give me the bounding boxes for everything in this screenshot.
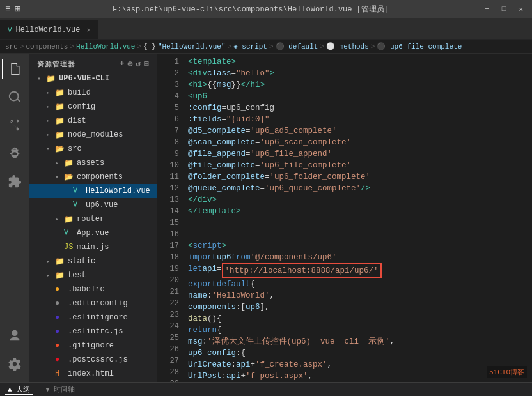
debug-icon[interactable] bbox=[2, 141, 27, 166]
tree-eslintrc[interactable]: ● .eslintrc.js bbox=[29, 324, 157, 339]
sidebar-title: 资源管理器 bbox=[37, 59, 75, 69]
babel-icon: ● bbox=[55, 285, 65, 294]
ih-name: index.html bbox=[68, 369, 114, 378]
sidebar-header: 资源管理器 + ⊕ ↺ ⊟ bbox=[29, 54, 157, 72]
watermark: 51CTO博客 bbox=[487, 366, 527, 378]
dist-icon: 📁 bbox=[55, 116, 65, 126]
src-icon: 📂 bbox=[55, 144, 65, 154]
code-line: @scan_complete='up6_scan_complete' bbox=[188, 137, 532, 148]
explorer-icon[interactable] bbox=[2, 56, 27, 82]
up6-name: up6.vue bbox=[86, 201, 118, 209]
dist-name: dist bbox=[68, 116, 86, 125]
tree-editorconfig[interactable]: ● .editorconfig bbox=[29, 296, 157, 310]
code-line: name: 'HelloWorld', bbox=[188, 290, 532, 301]
bc-script[interactable]: ◈ script bbox=[233, 42, 267, 50]
code-line: @folder_complete='up6_folder_complete' bbox=[188, 171, 532, 183]
tree-babelrc[interactable]: ● .babelrc bbox=[29, 282, 157, 296]
bc-sep3: > bbox=[137, 43, 141, 50]
tree-helloworld[interactable]: V HelloWorld.vue bbox=[29, 184, 157, 198]
build-arrow: ▸ bbox=[46, 89, 55, 96]
collapse-icon[interactable]: ⊟ bbox=[144, 59, 150, 69]
menu-icon[interactable]: ≡ bbox=[5, 4, 10, 14]
code-content[interactable]: <template> <div class="hello"> <h1>{{ ms… bbox=[185, 54, 532, 382]
nm-icon: 📁 bbox=[55, 130, 65, 140]
tree-index-html[interactable]: H index.html bbox=[29, 367, 157, 381]
tree-dist[interactable]: ▸ 📁 dist bbox=[29, 114, 157, 128]
ec-icon: ● bbox=[55, 299, 65, 308]
tree-eslintignore[interactable]: ● .eslintignore bbox=[29, 310, 157, 324]
tab-close-icon[interactable]: ✕ bbox=[86, 26, 90, 34]
bc-method-name[interactable]: ⚫ up6_file_complete bbox=[377, 42, 462, 50]
esi-icon: ● bbox=[55, 313, 65, 322]
extensions-icon[interactable] bbox=[2, 169, 27, 194]
code-line: @file_complete='up6_file_complete' bbox=[188, 160, 532, 171]
tree-config[interactable]: ▸ 📁 config bbox=[29, 100, 157, 114]
code-line: return { bbox=[188, 324, 532, 336]
tree-src[interactable]: ▾ 📂 src bbox=[29, 142, 157, 156]
sidebar-header-icons: + ⊕ ↺ ⊟ bbox=[120, 59, 150, 69]
code-line: :fields="{uid:0}" bbox=[188, 114, 532, 125]
tree-gitignore[interactable]: ● .gitignore bbox=[29, 339, 157, 353]
babel-name: .babelrc bbox=[68, 285, 105, 294]
bc-obj[interactable]: { } bbox=[143, 43, 156, 50]
config-name: config bbox=[68, 102, 95, 111]
search-icon[interactable] bbox=[2, 84, 27, 110]
settings-icon[interactable] bbox=[2, 351, 27, 377]
code-line: @d5_complete='up6_ad5_complete' bbox=[188, 125, 532, 137]
tree-build[interactable]: ▸ 📁 build bbox=[29, 86, 157, 100]
hw-name: HelloWorld.vue bbox=[86, 187, 150, 195]
tree-license[interactable]: ● LICENSE bbox=[29, 381, 157, 382]
pcss-icon: ● bbox=[55, 355, 65, 364]
static-name: static bbox=[68, 257, 95, 266]
tree-router[interactable]: ▸ 📁 router bbox=[29, 212, 157, 226]
bc-sep2: > bbox=[70, 43, 74, 50]
hw-icon: V bbox=[73, 187, 83, 195]
tree-test[interactable]: ▸ 📁 test bbox=[29, 268, 157, 282]
bc-default[interactable]: ⚫ default bbox=[276, 42, 318, 50]
bc-classname[interactable]: "HelloWorld.vue" bbox=[158, 43, 226, 50]
outline-tab[interactable]: ▲ 大纲 bbox=[5, 385, 33, 395]
close-button[interactable]: ✕ bbox=[515, 4, 527, 15]
static-icon: 📁 bbox=[55, 257, 65, 266]
bc-sep6: > bbox=[320, 43, 324, 50]
ec-name: .editorconfig bbox=[68, 299, 128, 308]
tree-main-js[interactable]: JS main.js bbox=[29, 240, 157, 254]
bc-methods[interactable]: ⚪ methods bbox=[326, 42, 369, 50]
account-icon[interactable] bbox=[2, 323, 27, 349]
tree-assets[interactable]: ▸ 📁 assets bbox=[29, 156, 157, 170]
bc-src[interactable]: src bbox=[5, 43, 18, 50]
editor: 12345 678910 1112131415 1617181920 21222… bbox=[157, 54, 532, 382]
code-line: import up6 from '@/components/up6' bbox=[188, 252, 532, 263]
code-line: data () { bbox=[188, 313, 532, 324]
comp-name: components bbox=[77, 172, 123, 181]
code-line bbox=[188, 229, 532, 240]
new-file-icon[interactable]: + bbox=[120, 59, 125, 69]
code-line: <script> bbox=[188, 240, 532, 252]
tree-node-modules[interactable]: ▸ 📁 node_modules bbox=[29, 128, 157, 142]
tree-components[interactable]: ▾ 📂 components bbox=[29, 170, 157, 184]
static-arrow: ▸ bbox=[46, 257, 55, 265]
bc-components[interactable]: components bbox=[26, 43, 68, 50]
activity-bar-bottom bbox=[2, 323, 27, 382]
tree-app-vue[interactable]: V App.vue bbox=[29, 226, 157, 240]
dist-arrow: ▸ bbox=[46, 117, 55, 125]
new-folder-icon[interactable]: ⊕ bbox=[128, 59, 134, 69]
bc-file[interactable]: HelloWorld.vue bbox=[76, 43, 135, 50]
src-name: src bbox=[68, 144, 82, 153]
ih-icon: H bbox=[55, 369, 65, 378]
editor-tab[interactable]: V HelloWorld.vue ✕ bbox=[0, 20, 98, 39]
maximize-button[interactable]: □ bbox=[498, 4, 510, 15]
source-control-icon[interactable] bbox=[2, 112, 27, 138]
timeline-tab[interactable]: ▼ 时间轴 bbox=[43, 385, 77, 394]
assets-arrow: ▸ bbox=[55, 159, 64, 167]
tree-up6-vue[interactable]: V up6.vue bbox=[29, 198, 157, 212]
root-name: UP6-VUE-CLI bbox=[59, 74, 109, 83]
tree-static[interactable]: ▸ 📁 static bbox=[29, 254, 157, 268]
minimize-button[interactable]: ─ bbox=[481, 4, 493, 15]
test-name: test bbox=[68, 271, 86, 280]
tree-postcssrc[interactable]: ● .postcssrc.js bbox=[29, 353, 157, 367]
refresh-icon[interactable]: ↺ bbox=[136, 59, 141, 69]
tree-root[interactable]: ▾ 📁 UP6-VUE-CLI bbox=[29, 72, 157, 86]
comp-icon: 📂 bbox=[64, 172, 74, 182]
code-line: UrlCreate: api + 'f_create.aspx', bbox=[188, 359, 532, 370]
